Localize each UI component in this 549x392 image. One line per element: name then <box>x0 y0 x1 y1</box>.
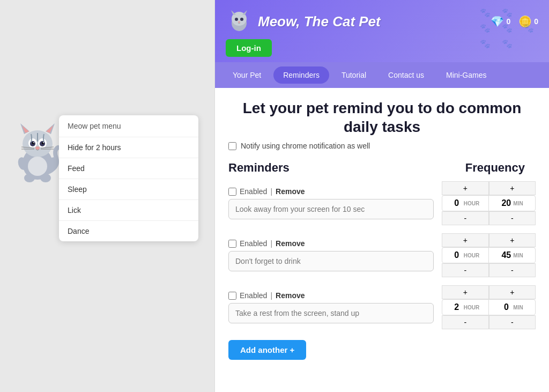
reminder-input-2[interactable] <box>228 251 434 271</box>
svg-point-21 <box>40 174 51 182</box>
min-decrement-3[interactable]: - <box>489 315 536 329</box>
reminder-checkbox-2[interactable] <box>228 240 236 248</box>
tab-tutorial[interactable]: Tutorial <box>332 66 376 84</box>
app-title: Meow, The Cat Pet <box>258 13 381 30</box>
remove-button-1[interactable]: Remove <box>276 187 305 196</box>
menu-item-sleep[interactable]: Sleep <box>59 179 198 200</box>
hour-val-3: 2 HOUR <box>442 300 488 315</box>
app-header: Meow, The Cat Pet 🐾 🐾🐾 🐾 🐾🐾 🐾 💎 0 🪙 0 Lo… <box>215 0 549 62</box>
hour-decrement-2[interactable]: - <box>442 263 489 277</box>
svg-marker-26 <box>231 10 236 15</box>
reminder-left-1: Enabled | Remove <box>228 187 434 219</box>
min-increment-2[interactable]: + <box>489 233 536 247</box>
section-headers: Reminders Frequency <box>228 161 536 175</box>
page-heading: Let your pet remind you to do common dai… <box>228 99 536 136</box>
notify-label: Notify using chrome notification as well <box>241 142 370 150</box>
reminder-input-3[interactable] <box>228 303 434 323</box>
enabled-label-2: Enabled <box>240 239 267 248</box>
reminder-left-2: Enabled | Remove <box>228 239 434 271</box>
reminder-controls-2: Enabled | Remove <box>228 239 434 248</box>
svg-point-19 <box>28 157 47 176</box>
min-val-3: 0 MIN <box>489 300 535 315</box>
add-another-button[interactable]: Add another + <box>228 340 306 360</box>
header-right: 🐾 🐾🐾 🐾 🐾🐾 🐾 💎 0 🪙 0 <box>491 15 538 28</box>
svg-point-28 <box>235 18 238 21</box>
tab-your-pet[interactable]: Your Pet <box>223 66 271 84</box>
hour-decrement-1[interactable]: - <box>442 211 489 225</box>
min-val-2: 45 MIN <box>489 248 535 263</box>
enabled-label-1: Enabled <box>240 187 267 196</box>
tab-reminders[interactable]: Reminders <box>273 66 329 84</box>
hour-val-2: 0 HOUR <box>442 248 488 263</box>
paw-decoration: 🐾 🐾🐾 🐾 🐾🐾 🐾 <box>480 5 538 51</box>
remove-button-3[interactable]: Remove <box>276 291 305 300</box>
frequency-stepper-2: + + 0 HOUR 45 MIN - - <box>442 233 536 277</box>
hour-decrement-3[interactable]: - <box>442 315 489 329</box>
svg-point-13 <box>43 142 44 143</box>
hour-increment-1[interactable]: + <box>442 181 489 195</box>
reminder-row-3: Enabled | Remove + + 2 HOUR <box>228 285 536 329</box>
min-val-1: 20 MIN <box>489 196 535 211</box>
svg-marker-27 <box>242 10 247 15</box>
hour-increment-3[interactable]: + <box>442 285 489 299</box>
reminder-left-3: Enabled | Remove <box>228 291 434 323</box>
reminder-controls-1: Enabled | Remove <box>228 187 434 196</box>
freq-mid-3: 2 HOUR 0 MIN <box>442 299 536 315</box>
reminder-row-2: Enabled | Remove + + 0 HOUR <box>228 233 536 277</box>
right-panel: Meow, The Cat Pet 🐾 🐾🐾 🐾 🐾🐾 🐾 💎 0 🪙 0 Lo… <box>214 0 549 392</box>
pet-avatar <box>11 118 64 182</box>
hour-val-1: 0 HOUR <box>442 196 488 211</box>
svg-point-29 <box>240 18 243 21</box>
freq-mid-1: 0 HOUR 20 MIN <box>442 195 536 211</box>
remove-button-2[interactable]: Remove <box>276 239 305 248</box>
tab-mini-games[interactable]: Mini-Games <box>436 66 496 84</box>
pet-menu-card: Meow pet menu Hide for 2 hours Feed Slee… <box>59 115 198 241</box>
left-panel: Meow pet menu Hide for 2 hours Feed Slee… <box>0 0 214 392</box>
enabled-label-3: Enabled <box>240 291 267 300</box>
notify-checkbox[interactable] <box>228 142 236 150</box>
reminder-controls-3: Enabled | Remove <box>228 291 434 300</box>
tab-contact-us[interactable]: Contact us <box>379 66 434 84</box>
min-increment-1[interactable]: + <box>489 181 536 195</box>
menu-item-lick[interactable]: Lick <box>59 200 198 221</box>
reminders-section-label: Reminders <box>228 161 290 175</box>
min-decrement-1[interactable]: - <box>489 211 536 225</box>
login-button[interactable]: Log-in <box>226 39 272 57</box>
main-content: Let your pet remind you to do common dai… <box>215 88 549 392</box>
reminder-input-1[interactable] <box>228 199 434 219</box>
notify-row: Notify using chrome notification as well <box>228 142 536 150</box>
menu-item-dance[interactable]: Dance <box>59 221 198 241</box>
pet-menu-title: Meow pet menu <box>59 115 198 137</box>
min-increment-3[interactable]: + <box>489 285 536 299</box>
menu-item-hide[interactable]: Hide for 2 hours <box>59 137 198 158</box>
svg-point-20 <box>24 174 35 182</box>
frequency-section-label: Frequency <box>465 161 525 175</box>
hour-increment-2[interactable]: + <box>442 233 489 247</box>
nav-tabs: Your Pet Reminders Tutorial Contact us M… <box>215 62 549 88</box>
frequency-stepper-3: + + 2 HOUR 0 MIN - - <box>442 285 536 329</box>
freq-mid-2: 0 HOUR 45 MIN <box>442 247 536 263</box>
svg-point-30 <box>238 21 240 23</box>
menu-item-feed[interactable]: Feed <box>59 158 198 179</box>
reminder-checkbox-3[interactable] <box>228 292 236 300</box>
min-decrement-2[interactable]: - <box>489 263 536 277</box>
reminder-checkbox-1[interactable] <box>228 188 236 196</box>
reminder-row: Enabled | Remove + + 0 HOUR <box>228 181 536 225</box>
svg-point-12 <box>33 142 34 143</box>
header-brand: Meow, The Cat Pet <box>226 8 381 35</box>
frequency-stepper-1: + + 0 HOUR 20 MIN - - <box>442 181 536 225</box>
